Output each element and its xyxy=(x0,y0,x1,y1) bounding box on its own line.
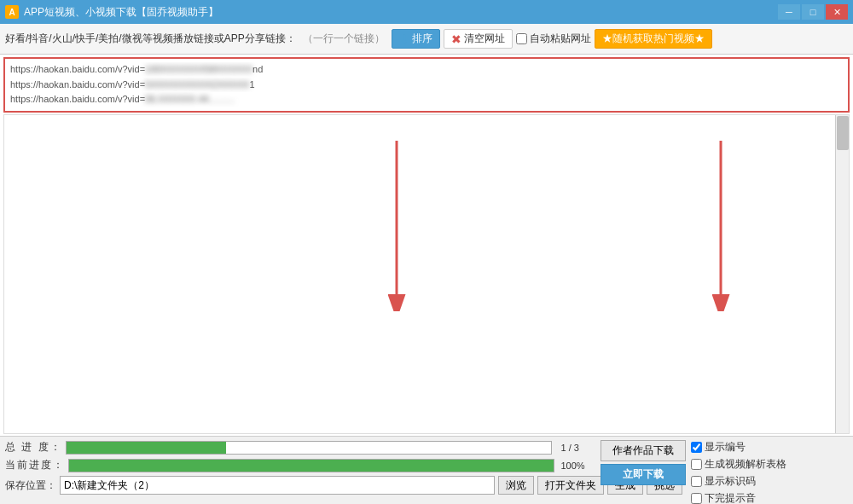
right-panel-top: 作者作品下载 立即下载 显示编号 生成视频解析表格 显示标识码 xyxy=(601,440,848,504)
toolbar-hint: （一行一个链接） xyxy=(303,32,385,46)
scrollbar-thumb[interactable] xyxy=(837,116,849,150)
url-line-2: https://haokan.baidu.com/v?vid=5XXXXXXXX… xyxy=(10,78,843,93)
app-icon: A xyxy=(5,5,19,19)
gen-table-label[interactable]: 生成视频解析表格 xyxy=(691,457,786,472)
url-input-section: https://haokan.baidu.com/v?vid=100XXXXXX… xyxy=(3,57,850,113)
current-progress-fill xyxy=(69,460,554,472)
url-input-box[interactable]: https://haokan.baidu.com/v?vid=100XXXXXX… xyxy=(3,57,850,113)
total-progress-label: 总 进 度： xyxy=(5,440,62,455)
toolbar: 好看/抖音/火山/快手/美拍/微视等视频播放链接或APP分享链接： （一行一个链… xyxy=(0,24,853,55)
clear-button[interactable]: ✖ 清空网址 xyxy=(444,29,513,49)
total-progress-bar xyxy=(66,441,552,455)
middle-section: https://haokan.baidu.com/v?vid=100XXXXXX… xyxy=(0,55,853,436)
show-mark-label[interactable]: 显示标识码 xyxy=(691,474,786,489)
complete-sound-label[interactable]: 下完提示音 xyxy=(691,491,786,504)
current-progress-label: 当前进度： xyxy=(5,458,65,472)
url-line-3: https://haokan.baidu.com/v?vid=06.XXXXXX… xyxy=(10,92,843,107)
url-lines: https://haokan.baidu.com/v?vid=100XXXXXX… xyxy=(5,59,848,111)
show-serial-label[interactable]: 显示编号 xyxy=(691,440,786,455)
url-line-1: https://haokan.baidu.com/v?vid=100XXXXXX… xyxy=(10,62,843,78)
show-mark-text: 显示标识码 xyxy=(705,474,756,489)
minimize-button[interactable]: ─ xyxy=(778,4,800,20)
auto-paste-checkbox[interactable] xyxy=(516,33,527,44)
content-scroll-area xyxy=(3,114,850,434)
auto-paste-label: 自动粘贴网址 xyxy=(530,32,591,46)
complete-sound-checkbox[interactable] xyxy=(691,493,702,504)
action-buttons: 作者作品下载 立即下载 xyxy=(601,440,686,485)
complete-sound-text: 下完提示音 xyxy=(705,491,756,504)
right-panel: 作者作品下载 立即下载 显示编号 生成视频解析表格 显示标识码 xyxy=(601,440,848,504)
open-folder-button[interactable]: 打开文件夹 xyxy=(537,476,604,495)
app-window: A APP短视频、小视频下载【固乔视频助手】 ─ □ ✕ 好看/抖音/火山/快手… xyxy=(0,0,853,504)
save-path-input[interactable] xyxy=(60,476,495,495)
toolbar-label: 好看/抖音/火山/快手/美拍/微视等视频播放链接或APP分享链接： xyxy=(5,32,296,46)
gen-table-text: 生成视频解析表格 xyxy=(705,457,786,472)
title-bar-left: A APP短视频、小视频下载【固乔视频助手】 xyxy=(5,5,218,20)
title-bar: A APP短视频、小视频下载【固乔视频助手】 ─ □ ✕ xyxy=(0,0,853,24)
save-label: 保存位置： xyxy=(5,478,56,493)
arrow-down-icon-1 xyxy=(388,141,439,311)
show-serial-text: 显示编号 xyxy=(705,440,746,455)
window-title: APP短视频、小视频下载【固乔视频助手】 xyxy=(24,5,218,20)
current-progress-bar xyxy=(68,459,554,472)
bottom-area: 总 进 度： 1 / 3 当前进度： 100% 保存位置： 浏览 打开文件夹 生… xyxy=(0,436,853,504)
auto-paste-checkbox-label[interactable]: 自动粘贴网址 xyxy=(516,32,591,46)
error-icon: ✖ xyxy=(451,32,461,46)
show-serial-checkbox[interactable] xyxy=(691,442,702,453)
vertical-scrollbar[interactable] xyxy=(835,115,849,433)
window-controls: ─ □ ✕ xyxy=(778,4,848,20)
current-progress-text: 100% xyxy=(558,461,588,471)
checkboxes-panel: 显示编号 生成视频解析表格 显示标识码 下完提示音 xyxy=(691,440,786,504)
random-hot-button[interactable]: ★随机获取热门视频★ xyxy=(595,29,712,49)
maximize-button[interactable]: □ xyxy=(802,4,824,20)
total-progress-text: 1 / 3 xyxy=(555,443,585,453)
show-mark-checkbox[interactable] xyxy=(691,476,702,487)
total-progress-fill xyxy=(67,442,226,454)
gen-table-checkbox[interactable] xyxy=(691,459,702,470)
close-button[interactable]: ✕ xyxy=(826,4,848,20)
sort-button[interactable]: ⬇ 排序 xyxy=(392,29,440,49)
arrow-down-icon-2 xyxy=(712,141,763,311)
download-now-button[interactable]: 立即下载 xyxy=(601,464,686,485)
author-works-button[interactable]: 作者作品下载 xyxy=(601,440,686,461)
down-arrow-icon: ⬇ xyxy=(399,32,409,46)
browse-button[interactable]: 浏览 xyxy=(498,476,534,495)
